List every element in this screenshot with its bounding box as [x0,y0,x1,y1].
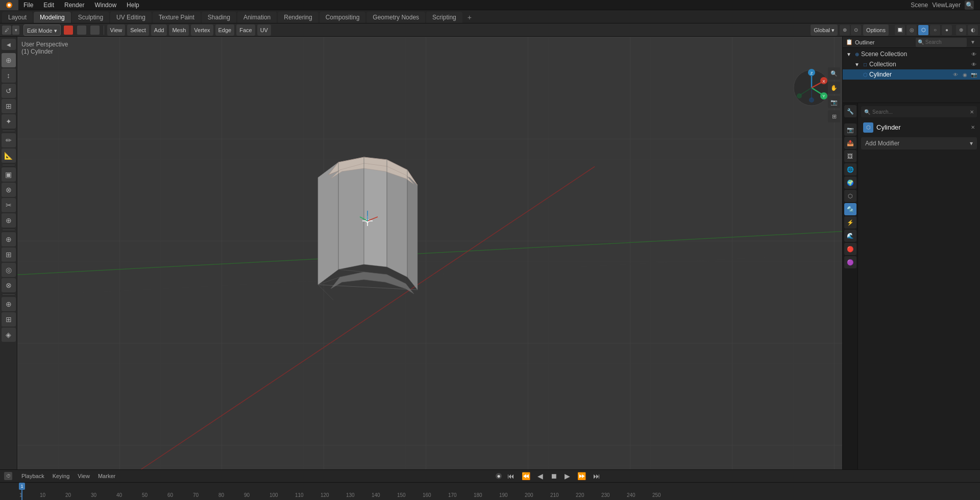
add-modifier-btn[interactable]: Add Modifier ▾ [861,137,977,149]
keying-menu[interactable]: Keying [51,473,72,479]
cylinder-visibility-icon[interactable]: 👁 [951,70,960,79]
prop-search-placeholder[interactable]: Search... [872,109,968,115]
stop-btn[interactable]: ⏹ [549,472,559,480]
edge-menu[interactable]: Edge [215,24,235,36]
proportional-edit-icon[interactable]: ⊙ [851,25,861,35]
marker-menu[interactable]: Marker [96,473,117,479]
menu-edit[interactable]: Edit [38,0,59,10]
tab-sculpting[interactable]: Sculpting [72,12,109,23]
tool-annotate[interactable]: ✏ [2,133,16,147]
viewport-shading-material[interactable]: ○ [930,25,940,35]
prop-tab-constraints[interactable]: 🟣 [844,256,856,268]
timeline-view-menu[interactable]: View [76,473,92,479]
options-btn[interactable]: Options [863,24,889,36]
tool-bisect[interactable]: ⊕ [2,213,16,228]
menu-help[interactable]: Help [121,0,144,10]
uv-menu[interactable]: UV [257,24,271,36]
prop-tab-output[interactable]: 📤 [844,137,856,149]
tool-scale[interactable]: ⊞ [2,99,16,113]
playhead[interactable]: 1 [21,483,22,500]
jump-end-btn[interactable]: ⏭ [592,472,602,480]
prop-tab-shader[interactable]: ⚡ [844,216,856,229]
outliner-item-cylinder[interactable]: ⬡ Cylinder 👁 ◉ 📷 [843,69,980,80]
prop-tab-modifiers[interactable]: 🔩 [844,203,856,215]
tool-bridge[interactable]: ⊗ [2,278,16,292]
tool-extrude[interactable]: ⊕ [2,232,16,246]
edge-mode-btn[interactable] [77,26,86,35]
gizmo-widget[interactable]: Z Y X [791,67,832,108]
prop-object-settings-icon[interactable]: ✕ [971,124,975,130]
transform-dropdown[interactable]: Global ▾ [811,24,838,36]
overlay-icon[interactable]: ⊕ [956,25,966,35]
timeline-ruler[interactable]: 1 10 20 30 40 50 60 70 80 90 100 110 120… [0,483,980,500]
viewport-shading-render[interactable]: ● [942,25,952,35]
outliner-search[interactable]: 🔍 Search [916,38,967,47]
jump-start-btn[interactable]: ⏮ [506,472,516,480]
tool-measure[interactable]: 📐 [2,148,16,163]
viewport-shading-solid[interactable]: ⬡ [918,25,928,35]
prop-tab-world[interactable]: 🌍 [844,177,856,189]
prop-tab-view-layer[interactable]: 🖼 [844,150,856,162]
orthographic-icon[interactable]: ⊞ [828,110,840,122]
tool-move[interactable]: ↕ [2,68,16,83]
outliner-filter-icon[interactable]: ▼ [969,38,977,46]
add-workspace-tab[interactable]: + [463,12,476,23]
editor-type-icon[interactable]: 🖊 [2,26,11,35]
prop-tab-object[interactable]: ⬡ [844,190,856,202]
tool-rotate[interactable]: ↺ [2,84,16,98]
menu-window[interactable]: Window [89,0,121,10]
vertex-mode-btn[interactable] [64,26,73,35]
cylinder-render-icon[interactable]: 📷 [970,70,978,79]
zoom-in-icon[interactable]: 🔍 [828,67,840,80]
viewport-shading-wire[interactable]: ◎ [906,25,917,35]
prop-tab-active-tool[interactable]: 🔧 [844,105,856,117]
outliner-item-scene-collection[interactable]: ▼ ⊕ Scene Collection 👁 [843,49,980,59]
tab-compositing[interactable]: Compositing [320,12,366,23]
search-icon[interactable]: 🔍 [965,1,974,10]
step-back-btn[interactable]: ⏪ [520,472,532,480]
tab-scripting[interactable]: Scripting [426,12,462,23]
tool-offset-edge[interactable]: ⊗ [2,183,16,197]
mode-selector[interactable]: Edit Mode ▾ [23,24,61,36]
play-back-btn[interactable]: ◀ [536,472,545,480]
menu-blender[interactable] [0,0,18,10]
prop-object-name[interactable]: Cylinder [876,121,901,133]
tab-texture-paint[interactable]: Texture Paint [153,12,201,23]
tab-layout[interactable]: Layout [2,12,33,23]
play-btn[interactable]: ▶ [563,472,572,480]
prop-tab-physics[interactable]: 🔴 [844,243,856,255]
view-menu[interactable]: View [107,24,126,36]
collection-visibility-icon[interactable]: 👁 [970,60,978,68]
menu-render[interactable]: Render [59,0,89,10]
viewport-display-icon[interactable]: 🔲 [895,25,905,35]
editor-type-chevron[interactable]: ▾ [12,26,19,35]
prop-close-icon[interactable]: ✕ [970,109,974,115]
tool-transform[interactable]: ✦ [2,114,16,129]
3d-viewport[interactable]: User Perspective (1) Cylinder [17,37,842,469]
camera-icon[interactable]: 📷 [828,96,840,108]
tool-cursor[interactable]: ⊕ [2,53,16,67]
tool-bevel[interactable]: ◎ [2,263,16,277]
playback-menu[interactable]: Playback [19,473,46,479]
tool-inset[interactable]: ⊞ [2,247,16,262]
outliner-item-collection[interactable]: ▼ □ Collection 👁 [843,59,980,69]
xray-icon[interactable]: ◐ [968,25,978,35]
face-mode-btn[interactable] [90,26,100,35]
menu-file[interactable]: File [18,0,38,10]
tab-uv-editing[interactable]: UV Editing [110,12,152,23]
cylinder-select-icon[interactable]: ◉ [961,70,969,79]
hand-tool-icon[interactable]: ✋ [828,82,840,94]
vertex-menu[interactable]: Vertex [191,24,213,36]
tab-modeling[interactable]: Modeling [34,12,71,23]
scene-collection-visibility-icon[interactable]: 👁 [970,50,978,58]
step-fwd-btn[interactable]: ⏩ [576,472,587,480]
timeline-editor-icon[interactable]: ⏱ [4,472,12,480]
prop-tab-scene[interactable]: 🌐 [844,163,856,176]
add-menu[interactable]: Add [151,24,167,36]
tool-push-pull[interactable]: ⊞ [2,312,16,327]
tab-geometry-nodes[interactable]: Geometry Nodes [366,12,425,23]
select-menu[interactable]: Select [127,24,149,36]
tab-rendering[interactable]: Rendering [278,12,318,23]
mesh-menu[interactable]: Mesh [169,24,189,36]
tab-animation[interactable]: Animation [237,12,277,23]
